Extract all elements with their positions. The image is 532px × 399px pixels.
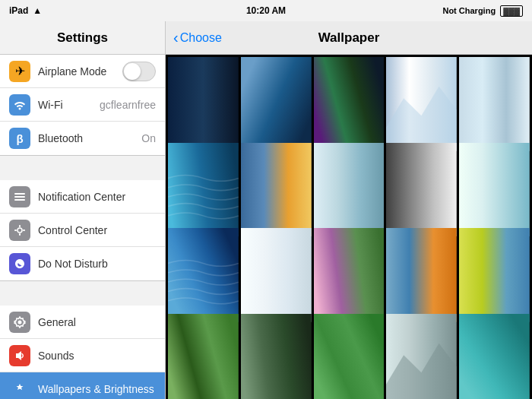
wallpaper-item-w16[interactable] [168,314,239,400]
right-header: ‹ Choose Wallpaper [166,21,532,55]
donotdisturb-label: Do Not Disturb [38,258,156,270]
section-spacer-1 [0,156,165,180]
svg-rect-0 [14,193,25,195]
sounds-icon [9,345,30,366]
svg-rect-31 [314,314,385,400]
wallpaper-item-w2[interactable] [241,57,312,151]
section-system: General Sounds Wallpapers & Brightness P… [0,306,165,399]
wifi-icon: ▲ [33,5,42,16]
svg-rect-15 [241,57,312,151]
svg-rect-4 [19,225,21,227]
wallpaper-item-w13[interactable] [314,228,385,322]
sidebar-item-general[interactable]: General [0,306,165,339]
wifi-icon [9,94,30,116]
sounds-label: Sounds [38,350,156,362]
wallpaper-item-w10[interactable] [459,143,530,237]
svg-rect-33 [459,314,530,400]
battery-status: Not Charging [442,6,496,15]
bluetooth-value: On [141,132,156,144]
svg-rect-28 [459,228,530,322]
wallpaper-item-w14[interactable] [386,228,457,322]
back-chevron-icon: ‹ [173,30,179,45]
main-container: Settings ✈ Airplane Mode Wi-Fi gcflearnf… [0,21,532,399]
airplane-toggle[interactable] [122,62,156,81]
wallpaper-item-w9[interactable] [386,143,457,237]
right-panel: ‹ Choose Wallpaper [166,21,532,399]
wallpaper-item-w8[interactable] [314,143,385,237]
status-left: iPad ▲ [9,5,42,16]
notification-label: Notification Center [38,191,156,203]
back-label: Choose [180,31,222,45]
wallpaper-item-w20[interactable] [459,314,530,400]
wallpaper-page-title: Wallpaper [318,30,380,46]
svg-rect-23 [459,143,530,237]
svg-rect-7 [23,230,25,231]
section-notifications: Notification Center Control Center Do No… [0,180,165,281]
status-bar: iPad ▲ 10:20 AM Not Charging ▓▓▓ [0,0,532,21]
svg-point-8 [18,320,22,324]
control-label: Control Center [38,224,156,236]
sidebar-item-wifi[interactable]: Wi-Fi gcflearnfree [0,88,165,122]
svg-point-3 [17,228,22,233]
section-connectivity: ✈ Airplane Mode Wi-Fi gcflearnfree β Blu… [0,55,165,156]
sidebar-header: Settings [0,21,165,55]
svg-rect-29 [168,314,239,400]
sidebar-title: Settings [57,30,108,46]
device-label: iPad [9,5,28,16]
control-icon [9,220,30,241]
svg-rect-21 [314,143,385,237]
bluetooth-label: Bluetooth [38,132,141,144]
status-time: 10:20 AM [246,5,286,16]
svg-rect-27 [386,228,457,322]
bluetooth-icon: β [9,128,30,149]
wallpaper-grid [166,55,532,399]
svg-rect-25 [241,228,312,322]
wifi-label: Wi-Fi [38,99,100,111]
notification-icon [9,186,30,207]
svg-rect-26 [314,228,385,322]
sidebar-item-airplane[interactable]: ✈ Airplane Mode [0,55,165,88]
svg-rect-18 [459,57,530,151]
battery-icon: ▓▓▓ [500,5,523,17]
wifi-value: gcflearnfree [100,99,156,111]
wallpaper-item-w5[interactable] [459,57,530,151]
back-button[interactable]: ‹ Choose [173,30,222,45]
svg-rect-5 [19,233,21,236]
wallpaper-item-w18[interactable] [314,314,385,400]
svg-rect-30 [241,314,312,400]
section-spacer-2 [0,281,165,306]
sidebar: Settings ✈ Airplane Mode Wi-Fi gcflearnf… [0,21,166,399]
sidebar-item-notification[interactable]: Notification Center [0,180,165,214]
status-right: Not Charging ▓▓▓ [442,5,523,17]
svg-rect-2 [14,199,25,201]
general-label: General [38,316,156,328]
svg-rect-20 [241,143,312,237]
donotdisturb-icon [9,253,30,274]
wallpaper-item-w17[interactable] [241,314,312,400]
wallpaper-item-w1[interactable] [168,57,239,151]
wallpaper-item-w7[interactable] [241,143,312,237]
wallpaper-icon [9,378,30,400]
wallpaper-item-w4[interactable] [386,57,457,151]
wallpaper-item-w15[interactable] [459,228,530,322]
wallpaper-item-w3[interactable] [314,57,385,151]
sidebar-item-wallpaper[interactable]: Wallpapers & Brightness [0,372,165,399]
general-icon [9,312,30,333]
svg-rect-14 [168,57,239,151]
airplane-icon: ✈ [9,61,30,82]
wallpaper-label: Wallpapers & Brightness [38,383,156,395]
svg-rect-6 [14,230,17,231]
sidebar-item-control[interactable]: Control Center [0,214,165,247]
wallpaper-item-w12[interactable] [241,228,312,322]
svg-rect-22 [386,143,457,237]
svg-rect-1 [14,196,25,198]
wallpaper-item-w19[interactable] [386,314,457,400]
svg-rect-16 [314,57,385,151]
wallpaper-item-w6[interactable] [168,143,239,237]
airplane-label: Airplane Mode [38,65,122,78]
sidebar-item-sounds[interactable]: Sounds [0,339,165,372]
sidebar-item-donotdisturb[interactable]: Do Not Disturb [0,247,165,280]
wallpaper-item-w11[interactable] [168,228,239,322]
sidebar-item-bluetooth[interactable]: β Bluetooth On [0,122,165,155]
